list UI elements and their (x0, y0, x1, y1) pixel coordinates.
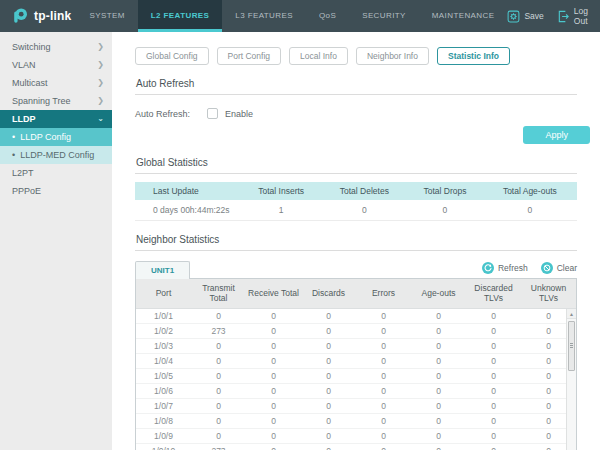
column-header-total-age-outs: Total Age-outs (483, 182, 577, 200)
sidebar-item-label: Spanning Tree (12, 92, 97, 110)
clear-icon (541, 262, 553, 274)
apply-row: Apply (135, 126, 590, 144)
auto-refresh-label: Auto Refresh: (135, 109, 207, 119)
column-header-total-deletes: Total Deletes (321, 182, 407, 200)
sidebar-item-lldp-config[interactable]: •LLDP Config (0, 128, 112, 146)
unit1-tab[interactable]: UNIT1 (135, 261, 190, 279)
sidebar-item-lldp-med-config[interactable]: •LLDP-MED Config (0, 146, 112, 164)
brand-logo[interactable]: tp-link (0, 0, 77, 32)
column-header-total-drops: Total Drops (407, 182, 482, 200)
logout-icon (557, 10, 570, 23)
scrollbar-thumb[interactable] (568, 321, 575, 371)
global-statistics-section-title: Global Statistics (135, 157, 577, 174)
table-cell: 0 (466, 443, 521, 450)
tab-neighbor-info[interactable]: Neighbor Info (356, 47, 429, 65)
table-row: 1/0/60000000 (136, 383, 576, 398)
table-cell: 0 (356, 338, 411, 353)
brand-name: tp-link (34, 9, 71, 23)
sidebar-item-pppoe[interactable]: PPPoE (0, 182, 112, 200)
table-cell: 273 (191, 443, 246, 450)
table-cell: 0 (301, 443, 356, 450)
chevron-right-icon: ❯ (97, 92, 104, 110)
refresh-button[interactable]: Refresh (482, 262, 528, 274)
scrollbar-up-arrow[interactable]: ▲ (567, 309, 576, 319)
sidebar-item-switching[interactable]: Switching❯ (0, 38, 112, 56)
main-content: Global ConfigPort ConfigLocal InfoNeighb… (112, 32, 600, 450)
topbar-actions: Save Log Out (507, 0, 600, 32)
nav-item-maintenance[interactable]: MAINTENANCE (419, 0, 508, 32)
table-cell: 0 (356, 413, 411, 428)
sidebar-item-vlan[interactable]: VLAN❯ (0, 56, 112, 74)
nav-item-security[interactable]: SECURITY (349, 0, 419, 32)
save-icon (507, 10, 520, 23)
table-row: 1/0/80000000 (136, 413, 576, 428)
sidebar-item-label: LLDP-MED Config (20, 146, 104, 164)
enable-checkbox-label: Enable (225, 109, 253, 119)
table-cell: 0 (411, 413, 466, 428)
chevron-right-icon: ❯ (97, 56, 104, 74)
apply-button[interactable]: Apply (523, 126, 590, 144)
column-header-age-outs: Age-outs (411, 279, 466, 308)
sidebar-item-l2pt[interactable]: L2PT (0, 164, 112, 182)
table-cell: 0 (466, 413, 521, 428)
sidebar-item-spanning-tree[interactable]: Spanning Tree❯ (0, 92, 112, 110)
tab-local-info[interactable]: Local Info (289, 47, 348, 65)
column-header-last-update: Last Update (135, 182, 241, 200)
neighbor-table-container: PortTransmit TotalReceive TotalDiscardsE… (135, 278, 577, 450)
clear-button[interactable]: Clear (541, 262, 577, 274)
sidebar-item-multicast[interactable]: Multicast❯ (0, 74, 112, 92)
app-window: tp-link SYSTEML2 FEATURESL3 FEATURESQoSS… (0, 0, 600, 450)
chevron-right-icon: ❯ (97, 38, 104, 56)
nav-item-system[interactable]: SYSTEM (77, 0, 138, 32)
logout-button[interactable]: Log Out (557, 6, 588, 26)
table-cell: 0 (466, 428, 521, 443)
table-cell: 1/0/9 (136, 428, 191, 443)
table-cell: 0 (466, 383, 521, 398)
table-cell: 0 (411, 443, 466, 450)
table-cell: 0 (411, 353, 466, 368)
table-cell: 1/0/10 (136, 443, 191, 450)
table-row: 1/0/50000000 (136, 368, 576, 383)
table-cell: 0 (407, 200, 482, 221)
table-cell: 0 (301, 308, 356, 323)
refresh-label: Refresh (498, 263, 528, 273)
column-header-discards: Discards (301, 279, 356, 308)
table-cell: 0 (466, 368, 521, 383)
auto-refresh-enable-checkbox[interactable] (207, 108, 218, 119)
table-row: 1/0/30000000 (136, 338, 576, 353)
table-cell: 0 (301, 368, 356, 383)
table-cell: 0 (191, 368, 246, 383)
table-cell: 0 (356, 383, 411, 398)
nav-item-qos[interactable]: QoS (306, 0, 349, 32)
table-cell: 0 (246, 428, 301, 443)
table-cell: 0 (483, 200, 577, 221)
toolbar-links: Refresh Clear (482, 262, 577, 279)
nav-item-l3-features[interactable]: L3 FEATURES (222, 0, 306, 32)
table-cell: 0 (301, 428, 356, 443)
global-statistics-header-row: Last UpdateTotal InsertsTotal DeletesTot… (135, 182, 577, 200)
table-cell: 0 (191, 308, 246, 323)
nav-item-l2-features[interactable]: L2 FEATURES (138, 0, 222, 32)
chevron-down-icon: ⌄ (97, 110, 104, 128)
table-cell: 0 (191, 383, 246, 398)
save-button[interactable]: Save (507, 10, 543, 23)
neighbor-table-toolbar: UNIT1 Refresh (135, 261, 577, 279)
auto-refresh-form-row: Auto Refresh: Enable (135, 108, 590, 119)
sidebar-item-label: PPPoE (12, 182, 104, 200)
column-header-unknown-tlvs: Unknown TLVs (521, 279, 576, 308)
sidebar-item-lldp[interactable]: LLDP⌄ (0, 110, 112, 128)
table-cell: 0 (246, 443, 301, 450)
table-cell: 0 (246, 338, 301, 353)
table-cell: 0 (411, 338, 466, 353)
table-cell: 1/0/3 (136, 338, 191, 353)
table-cell: 0 (466, 353, 521, 368)
tab-global-config[interactable]: Global Config (135, 47, 209, 65)
table-cell: 0 (356, 353, 411, 368)
tab-statistic-info[interactable]: Statistic Info (437, 47, 510, 65)
vertical-scrollbar[interactable]: ▲ ▼ (566, 309, 576, 450)
top-navigation-bar: tp-link SYSTEML2 FEATURESL3 FEATURESQoSS… (0, 0, 600, 32)
table-cell: 0 (411, 428, 466, 443)
tab-port-config[interactable]: Port Config (217, 47, 282, 65)
neighbor-statistics-header-row: PortTransmit TotalReceive TotalDiscardsE… (136, 279, 576, 308)
sidebar-item-label: LLDP (12, 110, 97, 128)
